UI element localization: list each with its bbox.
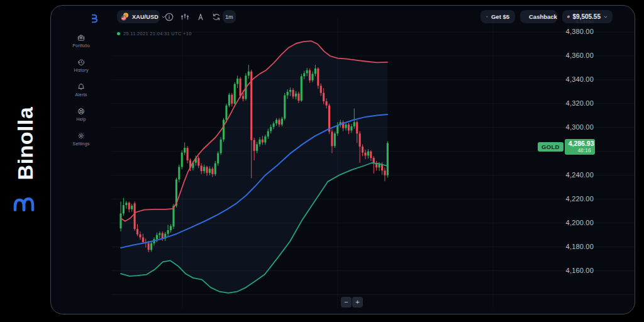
live-status-dot — [117, 32, 120, 35]
price-axis-label: 4,240.00 — [543, 171, 594, 179]
drawing-button[interactable] — [195, 11, 206, 23]
asset-selector[interactable]: XAU/USD — [117, 10, 160, 23]
gold-usd-pair-icon — [120, 12, 130, 21]
info-button[interactable] — [164, 11, 175, 23]
refresh-icon — [211, 11, 222, 23]
price-axis-label: 4,220.00 — [543, 195, 594, 203]
sidebar-item-label: Help — [76, 117, 86, 121]
asset-pair-label: XAU/USD — [132, 14, 158, 20]
indicators-button[interactable] — [179, 11, 191, 23]
zoom-out-button[interactable]: − — [341, 297, 352, 308]
gear-icon — [77, 131, 86, 140]
chevron-down-icon — [603, 14, 608, 19]
ghost-price-label: 1.13150 — [543, 19, 594, 25]
binolla-logo-icon[interactable] — [89, 13, 100, 25]
price-axis-label: 4,380.00 — [543, 28, 594, 35]
brand-rail: Binolla — [0, 0, 50, 322]
price-axis-label: 4,300.00 — [543, 123, 594, 131]
binolla-logo-icon — [11, 191, 37, 218]
brand-wordmark: Binolla — [13, 107, 38, 180]
sidebar-item-history[interactable]: History — [51, 53, 111, 77]
zoom-in-button[interactable]: + — [352, 297, 363, 308]
indicators-icon — [179, 11, 191, 23]
text-tool-icon — [195, 11, 206, 23]
timeframe-button[interactable]: 1m — [223, 10, 236, 23]
sidebar-nav: PortfolioHistoryAlertsHelpSettings — [51, 28, 111, 151]
get-bonus-label: Get $5 — [491, 13, 509, 20]
price-axis-label: 4,180.00 — [543, 243, 594, 250]
screenshot-stage: Binolla PortfolioHistoryAlertsHelpSettin… — [0, 0, 644, 322]
sidebar-item-label: Settings — [73, 142, 90, 146]
session-datetime: 25.11.2021 21:04:31 UTC +10 — [123, 31, 192, 36]
sidebar-item-settings[interactable]: Settings — [51, 126, 111, 151]
sidebar-item-portfolio[interactable]: Portfolio — [51, 28, 111, 53]
price-axis-label: 4,320.00 — [543, 99, 594, 107]
sidebar-item-label: History — [74, 68, 88, 72]
briefcase-icon — [77, 33, 86, 42]
gift-icon — [486, 13, 488, 21]
sidebar: PortfolioHistoryAlertsHelpSettings — [51, 6, 111, 314]
sidebar-item-label: Portfolio — [72, 43, 89, 48]
current-price-box: 4,286.93 48:16 — [565, 139, 595, 155]
sidebar-item-label: Alerts — [75, 92, 87, 97]
price-axis-label: 4,160.00 — [543, 267, 594, 274]
timeframe-label: 1m — [225, 14, 233, 20]
price-axis-label: 4,360.00 — [543, 52, 594, 59]
current-price-badge: GOLD 4,286.93 48:16 — [538, 139, 595, 155]
zoom-controls: − + — [341, 297, 363, 308]
refresh-button[interactable] — [211, 11, 222, 23]
trading-app-window: PortfolioHistoryAlertsHelpSettings — [50, 5, 635, 314]
price-axis-label: 4,340.00 — [543, 75, 594, 83]
history-icon — [77, 58, 86, 67]
price-axis-label: 4,200.00 — [543, 219, 594, 226]
asset-name-tag: GOLD — [538, 142, 564, 152]
bell-icon — [77, 82, 86, 91]
lifebuoy-icon — [77, 107, 86, 116]
session-info: 25.11.2021 21:04:31 UTC +10 — [117, 31, 192, 36]
current-price: 4,286.93 — [569, 140, 591, 147]
info-icon — [164, 11, 175, 23]
trade-timer: 48:16 — [569, 147, 591, 153]
sidebar-item-alerts[interactable]: Alerts — [51, 77, 111, 102]
get-bonus-button[interactable]: Get $5 — [480, 10, 515, 23]
sidebar-item-help[interactable]: Help — [51, 102, 111, 126]
